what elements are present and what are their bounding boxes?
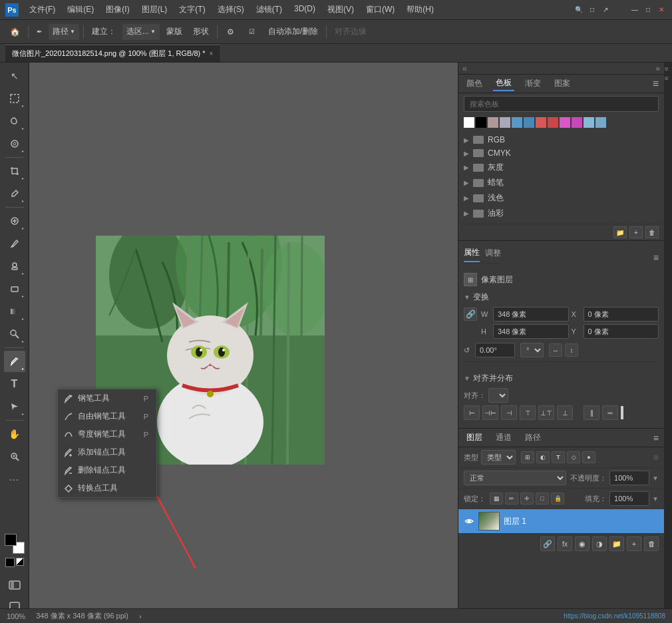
stamp-tool[interactable]: ▸: [4, 256, 25, 277]
mask-btn[interactable]: 蒙版: [162, 23, 186, 41]
menu-item-add-anchor[interactable]: 添加锚点工具: [58, 443, 156, 461]
align-right-btn[interactable]: ⊣: [501, 405, 517, 420]
close-btn[interactable]: ✕: [656, 5, 667, 15]
swatch-5[interactable]: [524, 117, 534, 128]
add-mask-btn[interactable]: ◉: [575, 536, 589, 551]
fill-input[interactable]: [609, 491, 649, 506]
filter-adjust-icon[interactable]: ◐: [536, 451, 550, 463]
tab-properties[interactable]: 属性: [464, 247, 480, 262]
maximize-btn[interactable]: □: [643, 5, 653, 15]
menu-window[interactable]: 窗口(W): [361, 3, 400, 17]
hand-tool[interactable]: ✋: [4, 423, 25, 445]
align-center-h-btn[interactable]: ⊣⊢: [482, 405, 498, 420]
tab-layers[interactable]: 图层: [464, 431, 485, 445]
menu-item-delete-anchor[interactable]: 删除锚点工具: [58, 461, 156, 479]
text-tool[interactable]: T: [4, 373, 25, 395]
color-group-cmyk[interactable]: ▶ CMYK: [458, 146, 664, 160]
filter-shape-icon[interactable]: ◇: [567, 451, 580, 463]
menu-image[interactable]: 图像(I): [100, 3, 134, 17]
menu-select[interactable]: 选择(S): [212, 3, 250, 17]
align-center-v-btn[interactable]: ⊥⊤: [538, 405, 554, 420]
fill-arrow-icon[interactable]: ▼: [652, 495, 659, 503]
menu-item-free-pen[interactable]: 自由钢笔工具 P: [58, 407, 156, 425]
new-swatch-btn[interactable]: +: [629, 226, 643, 238]
eyedropper-tool[interactable]: ▸: [4, 183, 25, 204]
active-tab[interactable]: 微信图片_20201203182514.png @ 100% (图层 1, RG…: [5, 45, 220, 62]
share-btn[interactable]: ↗: [600, 5, 611, 15]
filter-text-icon[interactable]: T: [552, 451, 565, 463]
tab-color[interactable]: 颜色: [464, 77, 485, 91]
swap-colors-icon[interactable]: [16, 558, 24, 566]
panel-collapse-left-icon[interactable]: «: [462, 64, 467, 73]
menu-layer[interactable]: 图层(L): [136, 3, 173, 17]
new-folder-btn[interactable]: 📁: [613, 226, 627, 238]
shape-btn[interactable]: 形状: [189, 23, 213, 41]
menu-3d[interactable]: 3D(D): [289, 3, 321, 17]
lasso-tool[interactable]: ▸: [4, 110, 25, 132]
swatch-2[interactable]: [488, 117, 498, 128]
magic-wand-tool[interactable]: ▸: [4, 133, 25, 154]
color-group-crayon[interactable]: ▶ 蜡笔: [458, 175, 664, 190]
swatch-6[interactable]: [536, 117, 546, 128]
reset-colors-icon[interactable]: [5, 558, 15, 567]
gradient-tool[interactable]: ▸: [4, 301, 25, 322]
fx-btn[interactable]: fx: [558, 536, 572, 551]
transform-x-input[interactable]: [584, 307, 659, 321]
workspace-btn[interactable]: □: [587, 5, 597, 15]
crop-tool[interactable]: ▸: [4, 160, 25, 182]
menu-text[interactable]: 文字(T): [174, 3, 210, 17]
settings-icon[interactable]: ⚙: [222, 23, 240, 41]
lock-checkerboard-btn[interactable]: ▦: [490, 493, 503, 505]
quick-mask-btn[interactable]: [4, 574, 25, 595]
lock-artboard-btn[interactable]: □: [536, 493, 549, 505]
new-group-btn[interactable]: 📁: [609, 536, 624, 551]
tab-gradient[interactable]: 渐变: [522, 77, 544, 91]
transform-h-input[interactable]: [493, 324, 569, 339]
status-arrow-icon[interactable]: ›: [139, 612, 142, 620]
filter-pixel-icon[interactable]: ⊞: [521, 451, 534, 463]
layers-menu-btn[interactable]: ≡: [653, 433, 659, 443]
align-edge-label[interactable]: 对齐边缘: [331, 23, 371, 41]
align-bottom-btn[interactable]: ⊥: [557, 405, 573, 420]
zoom-tool[interactable]: [4, 446, 25, 467]
color-group-gray[interactable]: ▶ 灰度: [458, 160, 664, 175]
blend-mode-select[interactable]: 正常: [464, 471, 566, 485]
eraser-tool[interactable]: ▸: [4, 278, 25, 300]
distribute-v-btn[interactable]: ═: [602, 405, 618, 420]
dodge-tool[interactable]: ▸: [4, 323, 25, 345]
panel-collapse-right-icon[interactable]: »: [655, 64, 660, 73]
opacity-arrow-icon[interactable]: ▼: [652, 475, 659, 482]
filter-toggle-dot[interactable]: [653, 455, 659, 460]
search-btn[interactable]: 🔍: [574, 5, 584, 15]
filter-type-select[interactable]: 类型: [481, 450, 516, 465]
menu-item-pen[interactable]: 钢笔工具 P: [58, 389, 156, 407]
tab-paths[interactable]: 路径: [522, 431, 544, 445]
swatch-8[interactable]: [560, 117, 570, 128]
menu-item-curve-pen[interactable]: 弯度钢笔工具 P: [58, 425, 156, 443]
transform-w-input[interactable]: [493, 307, 569, 321]
swatch-9[interactable]: [572, 117, 582, 128]
brush-tool[interactable]: [4, 233, 25, 254]
tab-adjustment[interactable]: 调整: [485, 248, 501, 262]
auto-add-label[interactable]: 自动添加/删除: [264, 23, 322, 41]
link-wh-btn[interactable]: 🔗: [464, 308, 477, 321]
pen-tool[interactable]: ▸: [4, 351, 25, 372]
swatch-0[interactable]: [464, 117, 474, 128]
delete-layer-btn[interactable]: 🗑: [644, 536, 659, 551]
flip-v-btn[interactable]: ↕: [565, 343, 578, 357]
menu-file[interactable]: 文件(F): [24, 3, 61, 17]
lock-brush-btn[interactable]: ✏: [505, 493, 518, 505]
menu-edit[interactable]: 编辑(E): [62, 3, 99, 17]
path-dropdown[interactable]: 路径 ▼: [49, 24, 79, 40]
tab-channels[interactable]: 通道: [493, 431, 514, 445]
swatch-10[interactable]: [584, 117, 594, 128]
select-dropdown[interactable]: 选区... ▼: [122, 24, 160, 40]
menu-filter[interactable]: 滤镜(T): [251, 3, 287, 17]
heal-tool[interactable]: ▸: [4, 210, 25, 232]
flip-h-btn[interactable]: ↔: [549, 343, 562, 357]
tab-close-btn[interactable]: ×: [210, 50, 214, 57]
align-left-btn[interactable]: ⊢: [464, 405, 480, 420]
csdn-link[interactable]: https://blog.csdn.net/k1095118808: [564, 612, 665, 620]
panel-edge-icon-1[interactable]: ≡: [665, 65, 671, 72]
layer-visibility-btn[interactable]: [464, 516, 474, 526]
